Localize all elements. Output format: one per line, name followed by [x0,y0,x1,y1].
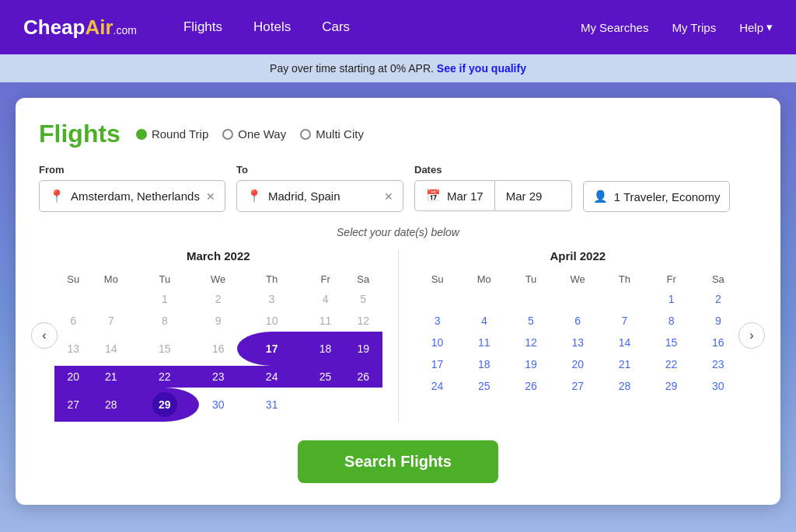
table-row[interactable]: 24 [414,375,461,397]
col-fr: Fr [306,270,344,288]
table-row[interactable]: 25 [461,375,508,397]
round-trip-option[interactable]: Round Trip [136,127,208,141]
table-row[interactable]: 9 [199,310,237,332]
table-row[interactable]: 18 [306,332,344,366]
table-row[interactable]: 26 [508,375,554,397]
table-row[interactable]: 17 [237,332,306,366]
departure-date-input[interactable]: 📅 Mar 17 [414,180,494,211]
logo[interactable]: CheapAir.com [23,16,137,40]
table-row[interactable]: 23 [695,353,742,375]
col-we: We [199,270,237,288]
table-row[interactable]: 4 [306,288,344,310]
to-clear-button[interactable]: ✕ [384,190,393,203]
banner-link[interactable]: See if you qualify [437,62,526,75]
from-input[interactable]: 📍 Amsterdam, Netherlands ✕ [39,180,225,212]
nav-my-trips[interactable]: My Trips [672,21,716,34]
table-row[interactable]: 22 [648,353,695,375]
table-row[interactable]: 9 [695,310,742,332]
table-row[interactable]: 3 [237,288,306,310]
calendar-next-button[interactable]: › [738,322,765,349]
table-row[interactable]: 17 [414,353,461,375]
multi-city-option[interactable]: Multi City [300,127,364,141]
from-clear-button[interactable]: ✕ [206,190,215,203]
table-row[interactable]: 30 [695,375,742,397]
table-row[interactable]: 10 [237,310,306,332]
table-row[interactable]: 11 [461,332,508,353]
travelers-input[interactable]: 👤 1 Traveler, Economy [583,181,731,212]
help-label: Help [739,21,763,34]
table-row[interactable]: 15 [130,332,199,366]
nav-cars[interactable]: Cars [322,19,350,35]
calendar-icon: 📅 [426,189,441,203]
nav-my-searches[interactable]: My Searches [581,21,649,34]
calendar-prev-button[interactable]: ‹ [31,322,58,349]
table-row[interactable]: 30 [199,388,237,422]
table-row[interactable]: 11 [306,310,344,332]
promo-banner: Pay over time starting at 0% APR. See if… [0,54,796,82]
one-way-radio[interactable] [222,129,233,140]
round-trip-radio[interactable] [136,129,147,140]
traveler-icon: 👤 [593,190,608,203]
table-row[interactable]: 16 [199,332,237,366]
table-row[interactable]: 13 [54,332,93,366]
table-row[interactable]: 29 [648,375,695,397]
table-row[interactable]: 1 [130,288,199,310]
dates-inputs: 📅 Mar 17 Mar 29 [414,180,572,211]
table-row[interactable]: 3 [414,310,461,332]
search-flights-button[interactable]: Search Flights [298,440,498,483]
table-row[interactable]: 13 [554,332,601,353]
table-row[interactable]: 26 [344,366,382,388]
table-row [414,288,461,310]
table-row[interactable]: 16 [695,332,742,353]
table-row[interactable]: 4 [461,310,508,332]
table-row[interactable]: 8 [648,310,695,332]
table-row[interactable]: 1 [648,288,695,310]
nav-help[interactable]: Help ▾ [739,20,773,34]
table-row[interactable]: 7 [93,310,131,332]
to-label: To [236,164,403,176]
table-row[interactable]: 31 [237,388,306,422]
table-row[interactable]: 15 [648,332,695,353]
nav-flights[interactable]: Flights [183,19,222,35]
table-row[interactable]: 19 [344,332,382,366]
multi-city-radio[interactable] [300,129,311,140]
table-row[interactable]: 20 [554,353,601,375]
return-date-input[interactable]: Mar 29 [494,180,572,211]
one-way-option[interactable]: One Way [222,127,286,141]
table-row[interactable]: 22 [130,366,199,388]
table-row[interactable]: 14 [93,332,131,366]
nav-hotels[interactable]: Hotels [253,19,291,35]
to-input[interactable]: 📍 Madrid, Spain ✕ [236,180,403,212]
table-row[interactable]: 23 [199,366,237,388]
table-row[interactable]: 12 [344,310,382,332]
april-title: April 2022 [414,249,742,263]
table-row[interactable]: 28 [93,388,131,422]
table-row[interactable]: 7 [601,310,648,332]
table-row[interactable]: 27 [54,388,93,422]
table-row[interactable]: 5 [344,288,382,310]
table-row[interactable]: 27 [554,375,601,397]
table-row[interactable]: 6 [54,310,93,332]
table-row[interactable]: 6 [554,310,601,332]
col-sa: Sa [344,270,382,288]
april-grid: Su Mo Tu We Th Fr Sa 1234567891011121314… [414,270,742,397]
destination-icon: 📍 [246,189,262,203]
table-row[interactable]: 20 [54,366,93,388]
table-row[interactable]: 21 [93,366,131,388]
round-trip-label: Round Trip [152,127,208,141]
table-row[interactable]: 12 [508,332,554,353]
table-row[interactable]: 28 [601,375,648,397]
table-row[interactable]: 5 [508,310,554,332]
table-row[interactable]: 24 [237,366,306,388]
table-row[interactable]: 2 [695,288,742,310]
dates-label: Dates [414,164,572,176]
table-row[interactable]: 14 [601,332,648,353]
table-row[interactable]: 18 [461,353,508,375]
table-row[interactable]: 2 [199,288,237,310]
table-row[interactable]: 29 [130,388,199,422]
table-row[interactable]: 21 [601,353,648,375]
table-row[interactable]: 10 [414,332,461,353]
table-row[interactable]: 8 [130,310,199,332]
table-row[interactable]: 25 [306,366,344,388]
table-row[interactable]: 19 [508,353,554,375]
